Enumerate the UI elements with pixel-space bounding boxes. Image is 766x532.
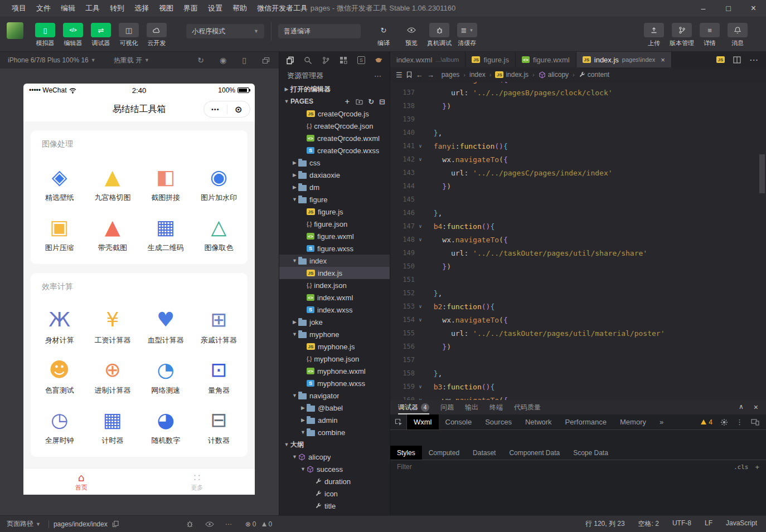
code-line-149[interactable]: 149 url: '../../taskOuter/pages/util/sha… xyxy=(390,246,766,260)
tool-图像取色[interactable]: △ 图像取色 xyxy=(192,215,245,253)
tree-item-createQrcode.json[interactable]: {..}createQrcode.json xyxy=(279,120,390,132)
refresh-icon[interactable]: ↻ xyxy=(368,97,374,106)
breadcrumb-item-alicopy[interactable]: alicopy xyxy=(539,71,569,79)
panel-tab-输出[interactable]: 输出 xyxy=(465,400,478,414)
tree-item-createQrcode.js[interactable]: JScreateQrcode.js xyxy=(279,108,390,120)
code-line-144[interactable]: 144 }) xyxy=(390,179,766,193)
devtools-tab-Performance[interactable]: Performance xyxy=(559,414,613,429)
tool-计时器[interactable]: ▦ 计时器 xyxy=(86,408,139,446)
menu-微信开发者工具[interactable]: 微信开发者工具 xyxy=(252,0,313,17)
new-file-icon[interactable]: ＋ xyxy=(343,96,351,106)
tree-item-@babel[interactable]: ▶ @babel xyxy=(279,402,390,414)
code-line-148[interactable]: 148 ∨ wx.navigateTo({ xyxy=(390,233,766,246)
tree-item-createQrcode.wxml[interactable]: <>createQrcode.wxml xyxy=(279,132,390,144)
menu-文件[interactable]: 文件 xyxy=(31,0,56,17)
编译-button[interactable]: ↻ 编译 xyxy=(370,23,397,47)
tree-item-index.json[interactable]: {..}index.json xyxy=(279,279,390,291)
editor-tab-figure.wxml[interactable]: <> figure.wxml xyxy=(516,52,576,67)
copy-path-icon[interactable] xyxy=(112,520,119,528)
devtools-tab-Console[interactable]: Console xyxy=(439,414,479,429)
tree-item-figure.wxml[interactable]: <>figure.wxml xyxy=(279,230,390,242)
tool-工资计算器[interactable]: ¥ 工资计算器 xyxy=(86,308,139,345)
可视化-button[interactable]: ◫ 可视化 xyxy=(115,23,143,47)
record-icon[interactable]: ◉ xyxy=(220,56,226,65)
collapse-panel-icon[interactable]: ∧ xyxy=(739,403,744,412)
panel-tab-终端[interactable]: 终端 xyxy=(489,400,503,414)
tree-item-figure.json[interactable]: {..}figure.json xyxy=(279,218,390,230)
close-panel-icon[interactable]: × xyxy=(754,403,758,412)
tree-item-icon[interactable]: icon xyxy=(279,487,390,500)
files-icon[interactable] xyxy=(286,56,294,65)
plugin-teapot-icon[interactable] xyxy=(375,57,383,64)
tool-亲戚计算器[interactable]: ⊞ 亲戚计算器 xyxy=(192,308,245,345)
tree-item-figure.js[interactable]: JSfigure.js xyxy=(279,206,390,218)
eye-icon[interactable] xyxy=(205,521,214,527)
editor-tab-figure.js[interactable]: JS figure.js xyxy=(466,52,516,67)
code-editor[interactable]: 136 ∨ wx.navigateTo({ 137 url: '../../pa… xyxy=(390,82,766,400)
模拟器-button[interactable]: ▯ 模拟器 xyxy=(31,23,59,47)
tree-item-daxiaoxie[interactable]: ▶ daxiaoxie xyxy=(279,169,390,181)
filter-input[interactable] xyxy=(397,463,508,471)
tree-item-navigator[interactable]: ▼ navigator xyxy=(279,389,390,402)
back-arrow-icon[interactable]: ← xyxy=(416,71,423,79)
tree-item-combine[interactable]: ▼ combine xyxy=(279,426,390,438)
tree-item-admin[interactable]: ▶ admin xyxy=(279,414,390,426)
panel-tab-问题[interactable]: 问题 xyxy=(440,400,454,414)
collapse-all-icon[interactable]: ⊟ xyxy=(379,97,385,106)
版本管理-button[interactable]: 版本管理 xyxy=(668,23,696,47)
fold-chevron-icon[interactable]: ∨ xyxy=(416,384,425,389)
minimize-button[interactable]: – xyxy=(691,0,716,17)
devtools-tab-»[interactable]: » xyxy=(653,414,670,429)
tree-item-duration[interactable]: duration xyxy=(279,475,390,487)
styles-tab-Component Data[interactable]: Component Data xyxy=(502,446,566,460)
devtools-tab-Sources[interactable]: Sources xyxy=(478,414,518,429)
tool-随机数字[interactable]: ◕ 随机数字 xyxy=(139,408,192,446)
menu-设置[interactable]: 设置 xyxy=(203,0,227,17)
tool-带壳截图[interactable]: ▲ 带壳截图 xyxy=(86,215,139,253)
compile-mode-select[interactable]: 普通编译 xyxy=(278,24,361,38)
menu-工具[interactable]: 工具 xyxy=(80,0,105,17)
code-line-140[interactable]: 140 }, xyxy=(390,126,766,139)
tree-item-figure[interactable]: ▼ figure xyxy=(279,193,390,206)
code-line-143[interactable]: 143 url: '../../pagesC/pages/index/index… xyxy=(390,166,766,179)
tree-item-joke[interactable]: ▶ joke xyxy=(279,316,390,328)
user-avatar[interactable] xyxy=(7,22,23,39)
menu-转到[interactable]: 转到 xyxy=(105,0,129,17)
调试器-button[interactable]: ⇌ 调试器 xyxy=(87,23,115,47)
snippets-icon[interactable]: S xyxy=(357,56,365,64)
close-capsule-button[interactable]: ⊙ xyxy=(227,104,250,115)
tool-生成二维码[interactable]: ▦ 生成二维码 xyxy=(139,215,192,253)
tabbar-首页[interactable]: ⌂ 首页 xyxy=(23,468,139,495)
encoding[interactable]: UTF-8 xyxy=(672,519,691,529)
eol[interactable]: LF xyxy=(705,519,712,529)
more-menu-button[interactable]: ••• xyxy=(204,106,227,113)
code-line-159[interactable]: 159 ∨ b3:function(){ xyxy=(390,380,766,393)
tool-身材计算[interactable]: Ж 身材计算 xyxy=(33,308,86,345)
elements-tree-area[interactable] xyxy=(390,430,766,446)
tree-item-figure.wxss[interactable]: Sfigure.wxss xyxy=(279,242,390,255)
device-frame-icon[interactable]: ▯ xyxy=(242,56,246,65)
tree-item-myphone.js[interactable]: JSmyphone.js xyxy=(279,340,390,353)
code-line-151[interactable]: 151 xyxy=(390,273,766,286)
tree-item-myphone.wxss[interactable]: Smyphone.wxss xyxy=(279,377,390,389)
code-line-158[interactable]: 158 }, xyxy=(390,367,766,380)
debug-icon[interactable] xyxy=(186,520,194,528)
tool-全屏时钟[interactable]: ◷ 全屏时钟 xyxy=(33,408,86,446)
kebab-menu-icon[interactable]: ⋮ xyxy=(736,418,743,426)
tool-血型计算器[interactable]: ♥ 血型计算器 xyxy=(139,308,192,345)
editor-scrollbar[interactable] xyxy=(759,154,765,193)
devtools-tab-Network[interactable]: Network xyxy=(518,414,559,429)
js-indicator-icon[interactable]: JS xyxy=(716,56,725,63)
panel-tab-代码质量[interactable]: 代码质量 xyxy=(514,400,541,414)
tree-item-title[interactable]: title xyxy=(279,500,390,512)
tree-item-dm[interactable]: ▶ dm xyxy=(279,181,390,193)
tree-item-css[interactable]: ▶ css xyxy=(279,157,390,169)
tool-计数器[interactable]: ⊟ 计数器 xyxy=(192,408,245,446)
预览-button[interactable]: 预览 xyxy=(397,23,425,47)
上传-button[interactable]: 上传 xyxy=(640,23,668,47)
hot-reload-toggle[interactable]: 热重载 开 xyxy=(114,56,142,65)
breadcrumb-item-pages[interactable]: pages xyxy=(442,71,460,79)
fold-chevron-icon[interactable]: ∨ xyxy=(416,143,425,149)
open-editors-section[interactable]: ▶ 打开的编辑器 xyxy=(279,83,390,95)
close-tab-icon[interactable]: × xyxy=(661,56,665,64)
